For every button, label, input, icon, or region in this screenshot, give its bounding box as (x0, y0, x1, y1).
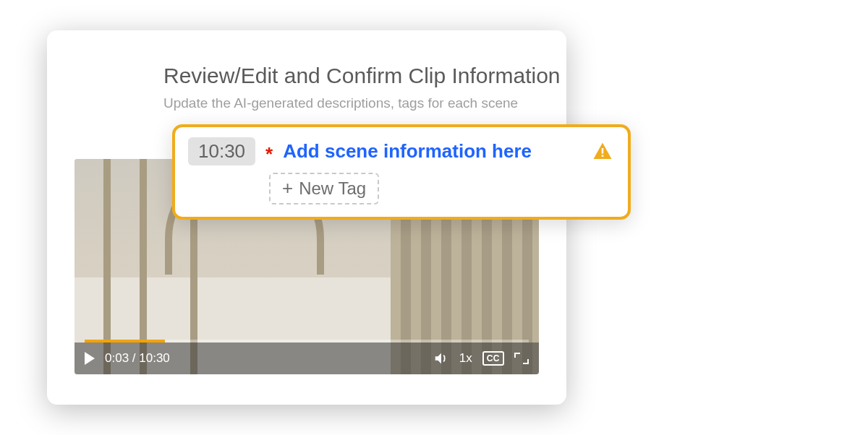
scene-timestamp: 10:30 (188, 137, 255, 165)
progress-bar[interactable] (85, 340, 529, 343)
warning-icon (592, 141, 613, 163)
video-controls: 0:03 / 10:30 1x CC (75, 343, 539, 374)
required-marker: * (265, 145, 273, 163)
svg-rect-1 (602, 155, 604, 157)
volume-icon[interactable] (433, 350, 449, 366)
page-subtitle: Update the AI-generated descriptions, ta… (163, 95, 533, 111)
playback-rate-button[interactable]: 1x (459, 351, 472, 366)
progress-played (85, 340, 165, 343)
scene-description-input[interactable]: Add scene information here (283, 140, 582, 163)
fullscreen-button[interactable] (514, 353, 529, 364)
new-tag-button[interactable]: + New Tag (269, 173, 379, 204)
play-button[interactable] (85, 352, 95, 365)
time-display: 0:03 / 10:30 (105, 351, 170, 366)
closed-captions-button[interactable]: CC (482, 351, 504, 366)
plus-icon: + (282, 178, 293, 197)
new-tag-label: New Tag (299, 178, 366, 199)
scene-info-popup: 10:30 * Add scene information here + New… (172, 124, 631, 220)
page-title: Review/Edit and Confirm Clip Information (163, 64, 533, 88)
svg-rect-0 (602, 148, 604, 154)
